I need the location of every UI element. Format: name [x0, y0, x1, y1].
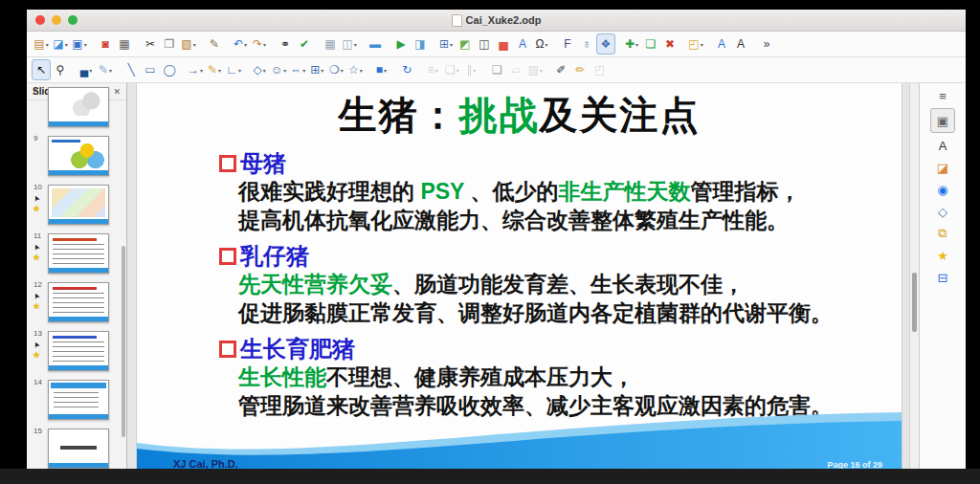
slide-thumbnail-13[interactable]: 13➤★ [48, 331, 109, 371]
properties-tab-icon[interactable]: ▣ [930, 108, 955, 133]
canvas-scrollbar-thumb[interactable] [912, 273, 917, 332]
fill-color-icon[interactable]: ▄▾ [77, 59, 96, 80]
body-line[interactable]: 促进肠黏膜正常发育、调整好肠道内各定植菌群的代谢平衡。 [238, 298, 902, 327]
duplicate-slide-icon[interactable]: ❏ [641, 33, 660, 55]
display-grid-icon[interactable]: ▦ [321, 33, 340, 55]
line-color-icon[interactable]: ✎▾ [96, 59, 115, 80]
current-slide[interactable]: 生猪：挑战及关注点 母猪很难实践好理想的 PSY 、低少的非生产性天数管理指标，… [137, 83, 902, 469]
stars-icon[interactable]: ☆▾ [345, 59, 365, 80]
copy-icon[interactable]: ❐ [160, 33, 179, 55]
distribute-icon[interactable]: ∥▾ [461, 59, 480, 80]
navigator-tab-icon[interactable]: ◉ [930, 180, 955, 199]
basic-shapes-icon[interactable]: ◇▾ [250, 59, 269, 80]
slide-transition-tab-icon[interactable]: ⧉ [930, 224, 955, 243]
ellipse-icon[interactable]: ◯ [160, 59, 179, 80]
start-first-slide-icon[interactable]: ▶ [391, 33, 411, 55]
paste-icon[interactable]: ▧▾ [179, 33, 198, 55]
clone-formatting-icon[interactable]: ✎ [205, 33, 224, 55]
callouts-icon[interactable]: ❍▾ [326, 59, 345, 80]
find-replace-icon[interactable]: ⚭ [276, 33, 295, 55]
shadow-icon[interactable]: ❏ [487, 59, 506, 80]
zoom-icon[interactable]: ⚲ [51, 59, 70, 80]
slides-panel-scrollbar[interactable] [122, 246, 125, 437]
section-header[interactable]: 生长育肥猪 [219, 336, 902, 363]
insert-table-icon[interactable]: ⊞▾ [436, 33, 456, 55]
curve-icon[interactable]: ✎▾ [205, 59, 224, 80]
sidebar-menu-icon[interactable]: ≡ [930, 86, 955, 105]
toolbar-overflow-icon[interactable]: » [757, 33, 776, 55]
insert-line-icon[interactable]: ╲ [122, 59, 141, 80]
align-icon[interactable]: ≡▾ [423, 59, 442, 80]
lines-arrows-icon[interactable]: →▾ [186, 59, 205, 80]
slide-thumbnail-12[interactable]: 12➤★ [48, 282, 109, 322]
slide-footer-page-number[interactable]: Page 16 of 29 [827, 460, 882, 469]
export-pdf-icon[interactable]: ◙ [96, 33, 115, 55]
edit-points-icon[interactable]: ✐ [551, 59, 570, 80]
insert-image-icon[interactable]: ◩ [456, 33, 475, 55]
print-icon[interactable]: ▦ [115, 33, 134, 55]
slide-thumbnail-14[interactable]: 14 [48, 380, 109, 420]
flowchart-icon[interactable]: ⊞▾ [307, 59, 326, 80]
toggle-extrusion-icon[interactable]: ◰ [590, 59, 609, 80]
section-header[interactable]: 乳仔猪 [219, 243, 902, 270]
insert-header-footer-icon[interactable]: A [712, 33, 731, 55]
save-icon[interactable]: ▣▾ [70, 33, 89, 55]
rotate-icon[interactable]: ↻ [397, 59, 416, 80]
start-current-slide-icon[interactable]: ◨ [411, 33, 430, 55]
body-line[interactable]: 提高机体抗氧化应激能力、综合改善整体繁殖生产性能。 [238, 206, 902, 234]
close-button[interactable] [35, 15, 45, 25]
body-line[interactable]: 很难实践好理想的 PSY 、低少的非生产性天数管理指标， [238, 177, 902, 206]
fontwork-icon[interactable]: F [558, 33, 577, 55]
block-arrows-icon[interactable]: ⇔▾ [288, 59, 307, 80]
slide-layout-icon[interactable]: ◰▾ [686, 33, 705, 55]
minimize-button[interactable] [52, 15, 61, 25]
insert-chart-icon[interactable]: ▅ [494, 33, 513, 55]
undo-icon[interactable]: ↶▾ [231, 33, 250, 55]
connector-icon[interactable]: ∟▾ [224, 59, 243, 80]
slide-section[interactable]: 生长育肥猪生长性能不理想、健康养殖成本压力大，管理肠道来改善营养吸收效率、减少主… [219, 336, 902, 420]
slide-thumbnail-9[interactable]: 9 [48, 136, 109, 176]
helplines-icon[interactable]: ◫▾ [340, 33, 359, 55]
symbol-shapes-icon[interactable]: ☺▾ [269, 59, 288, 80]
display-mode-icon[interactable]: ▬ [366, 33, 385, 55]
arrange-icon[interactable]: ❏▾ [442, 59, 461, 80]
cut-icon[interactable]: ✂ [141, 33, 160, 55]
character-tab-icon[interactable]: A [930, 136, 955, 155]
spelling-icon[interactable]: ✔ [295, 33, 314, 55]
master-slides-tab-icon[interactable]: ⊟ [930, 268, 955, 287]
canvas-scrollbar[interactable] [909, 83, 919, 469]
close-panel-icon[interactable]: ✕ [113, 87, 121, 97]
crop-icon[interactable]: ▱ [506, 59, 525, 80]
insert-columns-icon[interactable]: ◫ [475, 33, 494, 55]
slide-thumbnail-11[interactable]: 11➤★ [48, 233, 109, 274]
insert-textbox-icon[interactable]: A [513, 33, 532, 55]
body-line[interactable]: 生长性能不理想、健康养殖成本压力大， [238, 363, 902, 391]
shapes-tab-icon[interactable]: ◇ [930, 202, 955, 221]
gallery-tab-icon[interactable]: ◪ [930, 158, 955, 177]
character-spacing-icon[interactable]: A [731, 33, 750, 55]
slide-thumbnail-15[interactable]: 15 [48, 429, 109, 469]
hyperlink-icon[interactable]: ♁ [577, 33, 596, 55]
rectangle-icon[interactable]: ▭ [141, 59, 160, 80]
delete-slide-icon[interactable]: ✖ [660, 33, 679, 55]
slide-body[interactable]: 母猪很难实践好理想的 PSY 、低少的非生产性天数管理指标，提高机体抗氧化应激能… [219, 150, 902, 420]
glue-points-icon[interactable]: ✏ [570, 59, 590, 80]
zoom-window-button[interactable] [68, 15, 78, 25]
slide-title[interactable]: 生猪：挑战及关注点 [137, 89, 902, 142]
show-draw-functions-icon[interactable]: ❖ [596, 33, 615, 55]
animation-tab-icon[interactable]: ★ [930, 246, 955, 265]
slide-section[interactable]: 母猪很难实践好理想的 PSY 、低少的非生产性天数管理指标，提高机体抗氧化应激能… [219, 150, 902, 234]
open-icon[interactable]: ◪▾ [51, 33, 70, 55]
filter-icon[interactable]: ▨▾ [525, 59, 545, 80]
new-document-icon[interactable]: ▤▾ [32, 33, 51, 55]
slide-thumbnail-8[interactable]: 8 [48, 87, 109, 127]
new-slide-icon[interactable]: ✚▾ [622, 33, 641, 55]
3d-objects-icon[interactable]: ■▾ [371, 59, 390, 80]
slide-footer-author[interactable]: XJ Cai, Ph.D. [173, 458, 238, 469]
special-character-icon[interactable]: Ω▾ [532, 33, 551, 55]
section-header[interactable]: 母猪 [219, 150, 902, 177]
slide-section[interactable]: 乳仔猪先天性营养欠妥、肠道功能发育差、生长表现不佳，促进肠黏膜正常发育、调整好肠… [219, 243, 902, 327]
slide-thumbnail-10[interactable]: 10➤★ [48, 185, 109, 225]
redo-icon[interactable]: ↷▾ [250, 33, 269, 55]
body-line[interactable]: 先天性营养欠妥、肠道功能发育差、生长表现不佳， [238, 270, 902, 298]
